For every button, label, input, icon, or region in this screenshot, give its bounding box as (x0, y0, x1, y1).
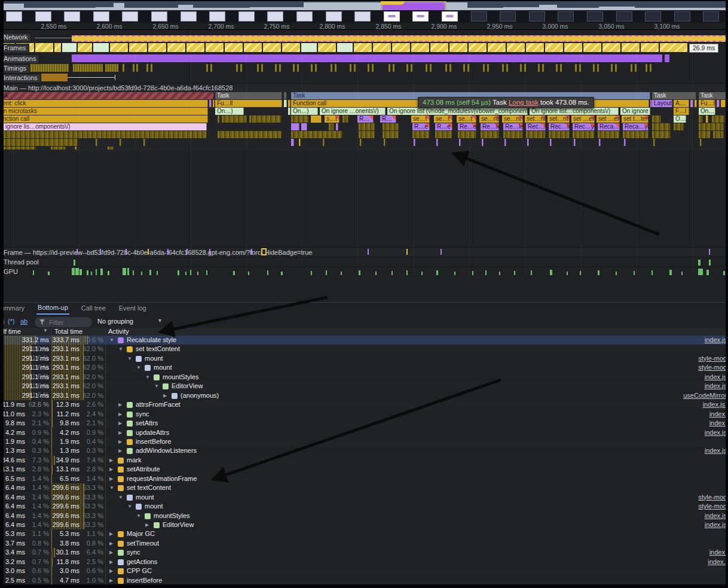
frame-segment[interactable] (660, 43, 687, 52)
table-row[interactable]: 291.1 ms 61.6 %293.1 ms 62.0 %▼set textC… (0, 345, 728, 354)
gpu-bar[interactable] (33, 270, 34, 275)
flame-bar[interactable]: Rec…le (549, 123, 570, 130)
table-row[interactable]: 11.0 ms 2.3 %11.2 ms 2.4 %▶syncindex. (0, 410, 728, 419)
filmstrip-thumbnail[interactable] (529, 11, 545, 22)
frame-segment[interactable] (206, 43, 224, 52)
source-link[interactable]: index.js (705, 336, 727, 345)
flame-bar[interactable] (712, 115, 725, 123)
flame-bar[interactable] (700, 139, 702, 146)
chevron-down-icon[interactable]: ▼ (157, 318, 163, 324)
gpu-bar[interactable] (669, 270, 672, 275)
track-frames[interactable]: Frames 26.9 ms (0, 43, 728, 53)
gpu-bar[interactable] (91, 272, 92, 275)
expand-arrow-icon[interactable]: ▶ (145, 520, 149, 529)
filmstrip-thumbnail[interactable] (93, 11, 109, 22)
frame-segment[interactable] (469, 43, 487, 52)
main-flame-chart[interactable]: TaskTaskTaskTaskTaskEvent: clickFu…llFun… (0, 92, 728, 152)
flame-bar[interactable]: F…l (674, 108, 689, 115)
expand-arrow-icon[interactable]: ▶ (109, 456, 113, 465)
gpu-bar[interactable] (267, 270, 268, 275)
frame-segment[interactable] (93, 43, 109, 52)
activity-label[interactable]: addWindowListeners (136, 446, 197, 455)
gpu-bar[interactable] (706, 270, 709, 275)
gpu-bar[interactable] (87, 270, 88, 275)
flame-bar[interactable] (288, 108, 290, 115)
gpu-bar[interactable] (406, 270, 408, 275)
grouping-select[interactable]: No grouping (97, 318, 133, 325)
gpu-bar[interactable] (79, 269, 82, 275)
filter-box[interactable] (35, 317, 92, 327)
flame-bar[interactable] (143, 139, 145, 146)
source-link[interactable]: useCodeMirror (683, 391, 727, 400)
flame-bar[interactable]: On ignore …onents\/) (320, 108, 386, 115)
activity-label[interactable]: mount (145, 354, 163, 363)
filmstrip-thumbnail[interactable] (500, 11, 516, 22)
activity-label[interactable]: mountStyles (163, 373, 199, 382)
expand-arrow-icon[interactable]: ▶ (109, 566, 113, 575)
tab-summary[interactable]: Summary (0, 303, 26, 314)
gpu-bar[interactable] (233, 271, 235, 275)
table-row[interactable]: 291.1 ms 61.6 %293.1 ms 62.0 %▼EditorVie… (0, 382, 728, 391)
filmstrip-thumbnail[interactable] (267, 11, 283, 22)
table-row[interactable]: 3.2 ms 0.7 %11.8 ms 2.5 %▶getActionsinde… (0, 557, 728, 566)
frame-segment[interactable] (318, 43, 336, 52)
flame-bar[interactable] (288, 100, 290, 107)
activity-label[interactable]: setTimeout (127, 539, 159, 548)
gpu-bar[interactable] (598, 270, 599, 275)
table-row[interactable]: 6.4 ms 1.4 %299.6 ms 63.3 %▼set textCont… (0, 483, 728, 492)
filmstrip-thumbnail[interactable] (209, 11, 225, 22)
gpu-bar[interactable] (185, 272, 186, 275)
filmstrip-thumbnail[interactable] (296, 11, 313, 22)
table-row[interactable]: 3.7 ms 0.8 %3.8 ms 0.8 %▶setTimeout (0, 539, 728, 548)
activity-label[interactable]: set textContent (127, 483, 171, 492)
expand-arrow-icon[interactable]: ▶ (109, 539, 113, 548)
expand-arrow-icon[interactable]: ▶ (109, 576, 113, 585)
flame-bar[interactable] (284, 100, 287, 107)
gpu-bar[interactable] (634, 271, 635, 275)
flame-bar[interactable] (383, 123, 399, 130)
time-ruler[interactable]: 2,500 ms2,550 ms2,600 ms2,650 ms2,700 ms… (0, 23, 728, 30)
flame-bar[interactable]: set …ent (597, 115, 620, 123)
flame-bar[interactable] (0, 147, 36, 150)
gpu-bar[interactable] (616, 272, 617, 275)
collapse-arrow-icon[interactable]: ▼ (136, 363, 141, 372)
flame-bar[interactable]: R… (380, 115, 396, 123)
flame-bar[interactable] (291, 139, 294, 146)
track-animations[interactable]: Animations (0, 54, 728, 63)
flame-bar[interactable] (75, 147, 77, 150)
expand-arrow-icon[interactable]: ▶ (118, 400, 122, 409)
flame-bar[interactable] (360, 139, 362, 146)
gpu-bar[interactable] (651, 270, 653, 275)
frame-segment[interactable] (186, 43, 204, 52)
flame-bar[interactable]: Event: click (0, 100, 208, 107)
flame-bar[interactable]: Rec…le (526, 123, 546, 130)
table-row[interactable]: 2.5 ms 0.5 %4.7 ms 1.0 %▶insertBefore (0, 576, 728, 585)
gpu-bar[interactable] (723, 271, 725, 275)
collapse-arrow-icon[interactable]: ▼ (145, 373, 150, 382)
flame-bar[interactable] (436, 139, 438, 146)
flame-bar[interactable]: On…) (291, 108, 318, 115)
column-divider[interactable] (105, 328, 106, 588)
gpu-bar[interactable] (359, 270, 360, 275)
expand-arrow-icon[interactable]: ▶ (163, 391, 167, 400)
flame-bar[interactable]: O… (674, 115, 686, 123)
collapse-arrow-icon[interactable]: ▼ (118, 493, 123, 502)
gpu-bar[interactable] (421, 272, 423, 275)
flame-bar[interactable] (209, 100, 212, 107)
flame-bar[interactable]: Task (652, 92, 696, 99)
flame-bar[interactable]: Rec…yle (573, 123, 595, 130)
activity-label[interactable]: set textContent (136, 345, 180, 354)
thread-pool-bar[interactable] (709, 260, 711, 266)
activity-label[interactable]: EditorView (172, 382, 203, 391)
flame-bar[interactable] (717, 100, 720, 107)
flame-bar[interactable] (504, 139, 506, 146)
activity-label[interactable]: insertBefore (127, 576, 162, 585)
flame-bar[interactable]: set …ent (571, 115, 595, 123)
source-link[interactable]: index.js (705, 446, 727, 455)
flame-bar[interactable] (652, 131, 671, 138)
filter-input[interactable] (48, 318, 84, 327)
flame-bar[interactable] (342, 115, 348, 123)
flame-bar[interactable] (599, 139, 601, 146)
source-link[interactable]: style-mod (698, 502, 727, 511)
tooltip-longtask-link[interactable]: Long task (509, 99, 539, 106)
